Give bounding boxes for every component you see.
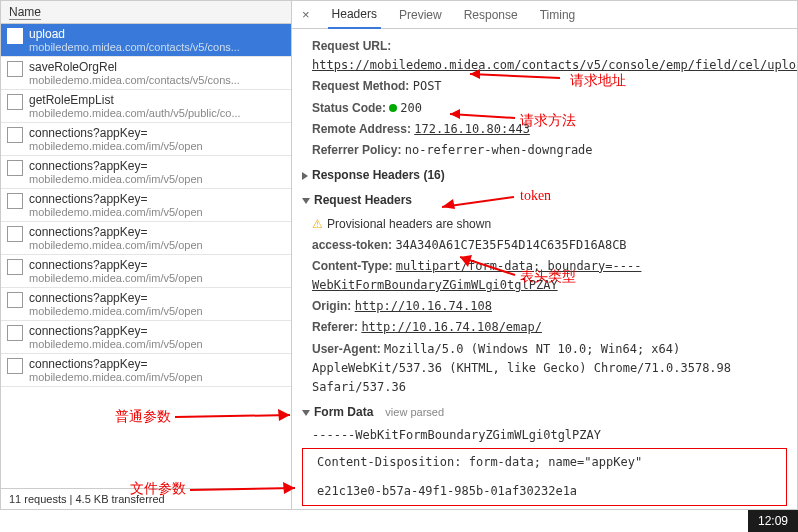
request-sub: mobiledemo.midea.com/im/v5/open <box>29 140 285 152</box>
request-name: connections?appKey= <box>29 291 285 305</box>
access-token: 34A340A61C7E35F54D14C635FD16A8CB <box>395 238 626 252</box>
file-icon <box>7 193 23 209</box>
file-icon <box>7 358 23 374</box>
request-sub: mobiledemo.midea.com/im/v5/open <box>29 338 285 350</box>
svg-marker-11 <box>283 482 295 494</box>
arrow-ctype <box>460 255 520 280</box>
svg-line-10 <box>190 488 295 490</box>
request-item[interactable]: connections?appKey=mobiledemo.midea.com/… <box>1 222 291 255</box>
file-icon <box>7 226 23 242</box>
status-dot-icon <box>389 104 397 112</box>
file-icon <box>7 292 23 308</box>
request-sub: mobiledemo.midea.com/im/v5/open <box>29 272 285 284</box>
request-method: POST <box>413 79 442 93</box>
referer-label: Referer: <box>312 320 358 334</box>
referer: http://10.16.74.108/emap/ <box>361 320 542 334</box>
arrow-method <box>450 100 520 120</box>
anno-ctype: 表头类型 <box>520 268 576 286</box>
file-icon <box>7 127 23 143</box>
request-item[interactable]: connections?appKey=mobiledemo.midea.com/… <box>1 321 291 354</box>
taskbar-clock: 12:09 <box>748 510 798 532</box>
file-icon <box>7 28 23 44</box>
anno-normal-param: 普通参数 <box>115 408 171 426</box>
warning-icon: ⚠ <box>312 217 323 231</box>
request-name: connections?appKey= <box>29 126 285 140</box>
provisional-warning: Provisional headers are shown <box>327 217 491 231</box>
referrer-label: Referrer Policy: <box>312 143 401 157</box>
anno-url: 请求地址 <box>570 72 626 90</box>
request-sub: mobiledemo.midea.com/contacts/v5/cons... <box>29 41 285 53</box>
request-name: connections?appKey= <box>29 192 285 206</box>
file-icon <box>7 325 23 341</box>
request-name: getRoleEmpList <box>29 93 285 107</box>
content-type-label: Content-Type: <box>312 259 392 273</box>
request-name: upload <box>29 27 285 41</box>
anno-method: 请求方法 <box>520 112 576 130</box>
arrow-normal-param <box>175 405 295 425</box>
form-part-appkey-disposition: Content-Disposition: form-data; name="ap… <box>307 453 782 472</box>
tab-timing[interactable]: Timing <box>536 2 580 28</box>
request-name: saveRoleOrgRel <box>29 60 285 74</box>
origin: http://10.16.74.108 <box>355 299 492 313</box>
file-icon <box>7 61 23 77</box>
request-name: connections?appKey= <box>29 159 285 173</box>
status-code: 200 <box>400 101 422 115</box>
request-item[interactable]: uploadmobiledemo.midea.com/contacts/v5/c… <box>1 24 291 57</box>
referrer-policy: no-referrer-when-downgrade <box>405 143 593 157</box>
section-response-headers[interactable]: Response Headers (16) <box>302 166 787 185</box>
left-header[interactable]: Name <box>1 1 291 24</box>
request-item[interactable]: getRoleEmpListmobiledemo.midea.com/auth/… <box>1 90 291 123</box>
svg-marker-3 <box>450 109 460 119</box>
anno-file-param: 文件参数 <box>130 480 186 498</box>
section-form-data[interactable]: Form Dataview parsed <box>302 403 787 422</box>
file-icon <box>7 160 23 176</box>
remote-address: 172.16.10.80:443 <box>414 122 530 136</box>
access-token-label: access-token: <box>312 238 392 252</box>
file-icon <box>7 259 23 275</box>
remote-label: Remote Address: <box>312 122 411 136</box>
request-item[interactable]: connections?appKey=mobiledemo.midea.com/… <box>1 156 291 189</box>
request-sub: mobiledemo.midea.com/contacts/v5/cons... <box>29 74 285 86</box>
boundary-2: ------WebKitFormBoundaryZGimWLgi0tglPZAY <box>302 508 787 509</box>
view-parsed-link[interactable]: view parsed <box>385 406 444 418</box>
request-item[interactable]: connections?appKey=mobiledemo.midea.com/… <box>1 189 291 222</box>
request-name: connections?appKey= <box>29 357 285 371</box>
svg-line-0 <box>470 74 560 78</box>
request-item[interactable]: connections?appKey=mobiledemo.midea.com/… <box>1 288 291 321</box>
file-icon <box>7 94 23 110</box>
request-sub: mobiledemo.midea.com/im/v5/open <box>29 239 285 251</box>
arrow-token <box>442 195 520 213</box>
anno-token: token <box>520 188 551 204</box>
tab-preview[interactable]: Preview <box>395 2 446 28</box>
close-icon[interactable]: × <box>298 7 314 22</box>
origin-label: Origin: <box>312 299 351 313</box>
svg-marker-9 <box>278 409 290 421</box>
status-label: Status Code: <box>312 101 386 115</box>
arrow-file-param <box>190 478 300 498</box>
request-sub: mobiledemo.midea.com/auth/v5/public/co..… <box>29 107 285 119</box>
request-name: connections?appKey= <box>29 324 285 338</box>
form-part-appkey-value: e21c13e0-b57a-49f1-985b-01af30232e1a <box>307 482 782 501</box>
request-item[interactable]: connections?appKey=mobiledemo.midea.com/… <box>1 123 291 156</box>
method-label: Request Method: <box>312 79 409 93</box>
request-item[interactable]: connections?appKey=mobiledemo.midea.com/… <box>1 354 291 387</box>
tab-response[interactable]: Response <box>460 2 522 28</box>
request-name: connections?appKey= <box>29 225 285 239</box>
request-sub: mobiledemo.midea.com/im/v5/open <box>29 371 285 383</box>
request-name: connections?appKey= <box>29 258 285 272</box>
request-item[interactable]: saveRoleOrgRelmobiledemo.midea.com/conta… <box>1 57 291 90</box>
request-sub: mobiledemo.midea.com/im/v5/open <box>29 206 285 218</box>
ua-label: User-Agent: <box>312 342 381 356</box>
arrow-url <box>470 64 570 84</box>
url-label: Request URL: <box>312 39 391 53</box>
request-item[interactable]: connections?appKey=mobiledemo.midea.com/… <box>1 255 291 288</box>
tab-headers[interactable]: Headers <box>328 1 381 29</box>
tabs: × Headers Preview Response Timing <box>292 1 797 29</box>
request-sub: mobiledemo.midea.com/im/v5/open <box>29 305 285 317</box>
svg-line-8 <box>175 415 290 417</box>
boundary-1: ------WebKitFormBoundaryZGimWLgi0tglPZAY <box>302 426 787 445</box>
request-sub: mobiledemo.midea.com/im/v5/open <box>29 173 285 185</box>
svg-marker-1 <box>470 69 480 79</box>
